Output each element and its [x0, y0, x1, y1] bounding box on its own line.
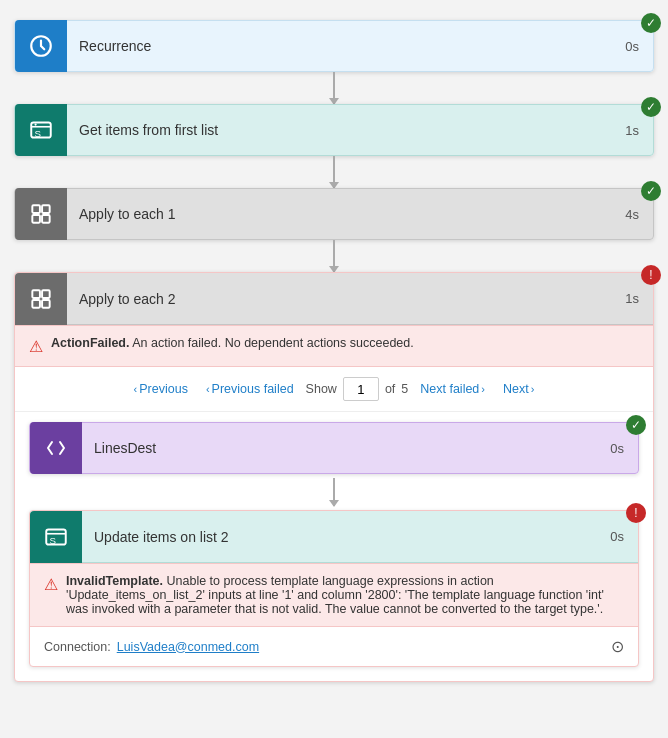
getitems-icon: S	[15, 104, 67, 156]
svg-text:S: S	[35, 128, 42, 139]
linesdest-status-badge: ✓	[626, 415, 646, 435]
arrow-2	[333, 156, 335, 188]
pagination-bar: ‹ Previous ‹ Previous failed Show of 5 N…	[15, 367, 653, 412]
update-items-icon: S	[30, 511, 82, 563]
recurrence-icon	[15, 20, 67, 72]
svg-rect-10	[42, 290, 50, 298]
update-items-status-badge: !	[626, 503, 646, 523]
previous-failed-button[interactable]: ‹ Previous failed	[200, 378, 300, 400]
next-failed-button[interactable]: Next failed ›	[414, 378, 491, 400]
linesdest-card[interactable]: LinesDest 0s ✓	[29, 422, 639, 474]
next-button[interactable]: Next ›	[497, 378, 540, 400]
apply2-icon	[15, 273, 67, 325]
apply2-error-message: An action failed. No dependent actions s…	[132, 336, 413, 350]
chevron-left-failed-icon: ‹	[206, 383, 210, 395]
getitems-card[interactable]: S Get items from first list 1s ✓	[14, 104, 654, 156]
inner-arrow	[333, 478, 335, 506]
update-error-label: InvalidTemplate.	[66, 574, 163, 588]
inner-cards: LinesDest 0s ✓ S	[15, 412, 653, 681]
getitems-title: Get items from first list	[67, 122, 611, 138]
linesdest-icon	[30, 422, 82, 474]
show-label: Show	[306, 382, 337, 396]
svg-text:S: S	[50, 534, 57, 545]
update-error-bar: ⚠ InvalidTemplate. Unable to process tem…	[30, 563, 638, 627]
apply2-card: Apply to each 2 1s ! ⚠ ActionFailed. An …	[14, 272, 654, 682]
connection-email[interactable]: LuisVadea@conmed.com	[117, 640, 259, 654]
chevron-left-icon: ‹	[134, 383, 138, 395]
update-error-icon: ⚠	[44, 575, 58, 594]
svg-rect-4	[32, 205, 40, 213]
svg-point-2	[35, 124, 37, 126]
getitems-status-badge: ✓	[641, 97, 661, 117]
apply2-title: Apply to each 2	[67, 291, 611, 307]
svg-rect-7	[42, 215, 50, 223]
apply2-error-text: ActionFailed. An action failed. No depen…	[51, 336, 414, 350]
svg-rect-5	[32, 215, 40, 223]
of-label: of	[385, 382, 395, 396]
total-pages: 5	[401, 382, 408, 396]
apply2-duration: 1s	[611, 291, 653, 306]
getitems-duration: 1s	[611, 123, 653, 138]
next-label: Next	[503, 382, 529, 396]
apply2-header[interactable]: Apply to each 2 1s !	[15, 273, 653, 325]
apply2-error-bar: ⚠ ActionFailed. An action failed. No dep…	[15, 325, 653, 367]
apply1-title: Apply to each 1	[67, 206, 611, 222]
connection-label: Connection:	[44, 640, 111, 654]
linesdest-step: LinesDest 0s ✓	[29, 422, 639, 474]
getitems-step: S Get items from first list 1s ✓	[14, 104, 654, 156]
arrow-3	[333, 240, 335, 272]
connection-bar: Connection: LuisVadea@conmed.com ⊙	[30, 627, 638, 666]
apply1-duration: 4s	[611, 207, 653, 222]
page-input[interactable]	[343, 377, 379, 401]
recurrence-step: Recurrence 0s ✓	[14, 20, 654, 72]
svg-rect-6	[42, 205, 50, 213]
chevron-right-icon: ›	[531, 383, 535, 395]
linesdest-title: LinesDest	[82, 440, 596, 456]
previous-button[interactable]: ‹ Previous	[128, 378, 194, 400]
recurrence-duration: 0s	[611, 39, 653, 54]
chevron-right-failed-icon: ›	[481, 383, 485, 395]
svg-rect-8	[32, 290, 40, 298]
svg-rect-9	[32, 300, 40, 308]
previous-failed-label: Previous failed	[212, 382, 294, 396]
flow-container: Recurrence 0s ✓ S Get items from first l…	[14, 10, 654, 692]
apply1-card[interactable]: Apply to each 1 4s ✓	[14, 188, 654, 240]
apply1-status-badge: ✓	[641, 181, 661, 201]
update-items-duration: 0s	[596, 529, 638, 544]
update-items-header[interactable]: S Update items on list 2 0s !	[30, 511, 638, 563]
update-items-card: S Update items on list 2 0s ! ⚠ InvalidT…	[29, 510, 639, 667]
apply1-step: Apply to each 1 4s ✓	[14, 188, 654, 240]
recurrence-card[interactable]: Recurrence 0s ✓	[14, 20, 654, 72]
apply1-icon	[15, 188, 67, 240]
apply2-error-label: ActionFailed.	[51, 336, 129, 350]
arrow-1	[333, 72, 335, 104]
recurrence-title: Recurrence	[67, 38, 611, 54]
check-circle-icon: ⊙	[611, 637, 624, 656]
previous-label: Previous	[139, 382, 188, 396]
update-error-text: InvalidTemplate. Unable to process templ…	[66, 574, 624, 616]
apply2-error-icon: ⚠	[29, 337, 43, 356]
linesdest-duration: 0s	[596, 441, 638, 456]
recurrence-status-badge: ✓	[641, 13, 661, 33]
apply2-status-badge: !	[641, 265, 661, 285]
update-items-title: Update items on list 2	[82, 529, 596, 545]
next-failed-label: Next failed	[420, 382, 479, 396]
svg-rect-11	[42, 300, 50, 308]
